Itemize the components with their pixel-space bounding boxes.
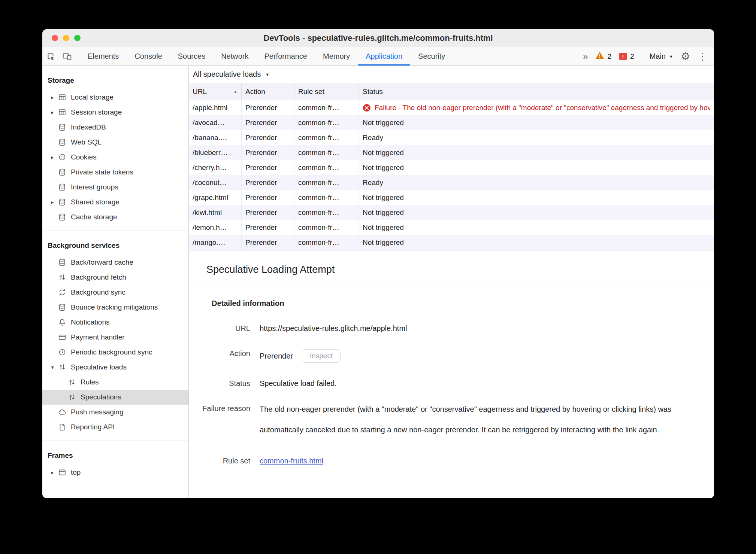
tab-console[interactable]: Console [127, 47, 170, 66]
table-row[interactable]: /avocad… Prerender common-fr… Not trigge… [189, 115, 714, 130]
table-row[interactable]: /cherry.h… Prerender common-fr… Not trig… [189, 160, 714, 175]
context-selector[interactable]: Main ▼ [650, 52, 673, 61]
column-header-url[interactable]: URL ▲ [189, 83, 242, 100]
action-value: Prerender [260, 352, 293, 360]
inspect-element-icon[interactable] [42, 47, 59, 66]
sidebar-item-label: Speculations [81, 393, 121, 401]
database-icon [57, 137, 67, 147]
table-row[interactable]: /coconut… Prerender common-fr… Ready [189, 175, 714, 190]
settings-gear-icon[interactable]: ⚙ [681, 51, 690, 62]
sidebar-item-background-fetch[interactable]: Background fetch [42, 270, 188, 285]
url-cell: /cherry.h… [189, 160, 242, 175]
cookie-icon [57, 152, 67, 162]
sidebar-item-label: Background sync [71, 288, 126, 296]
sidebar-item-back-forward-cache[interactable]: Back/forward cache [42, 255, 188, 270]
expand-arrow-icon[interactable]: ▸ [48, 154, 57, 160]
table-row[interactable]: /banana.… Prerender common-fr… Ready [189, 130, 714, 145]
sidebar-item-payment-handler[interactable]: Payment handler [42, 330, 188, 345]
sidebar-item-periodic-background-sync[interactable]: Periodic background sync [42, 345, 188, 360]
rule-set-cell: common-fr… [294, 205, 359, 220]
expand-arrow-icon[interactable]: ▸ [48, 199, 57, 205]
rule-set-link[interactable]: common-fruits.html [260, 457, 323, 465]
sidebar-item-background-sync[interactable]: Background sync [42, 285, 188, 300]
table-row[interactable]: /lemon.h… Prerender common-fr… Not trigg… [189, 220, 714, 235]
table-row[interactable]: /mango.… Prerender common-fr… Not trigge… [189, 235, 714, 250]
action-cell: Prerender [242, 175, 294, 190]
expand-arrow-icon[interactable]: ▸ [48, 94, 57, 100]
table-row[interactable]: /kiwi.html Prerender common-fr… Not trig… [189, 205, 714, 220]
frame-icon [57, 468, 67, 477]
sidebar-item-cookies[interactable]: ▸ Cookies [42, 150, 188, 165]
device-toolbar-icon[interactable] [59, 47, 75, 66]
sidebar-item-speculations[interactable]: Speculations [42, 390, 188, 405]
zoom-window-button[interactable] [74, 35, 81, 41]
inspect-button[interactable]: Inspect [302, 349, 341, 363]
sidebar-item-shared-storage[interactable]: ▸ Shared storage [42, 195, 188, 210]
warnings-badge[interactable]: 2 [595, 51, 611, 61]
window-title: DevTools - speculative-rules.glitch.me/c… [263, 33, 493, 43]
action-cell: Prerender [242, 145, 294, 160]
sidebar-item-push-messaging[interactable]: Push messaging [42, 405, 188, 420]
sidebar-item-label: Periodic background sync [71, 348, 152, 356]
sidebar-item-cache-storage[interactable]: Cache storage [42, 210, 188, 225]
detail-row-failure-reason: Failure reason The old non-eager prerend… [194, 404, 699, 440]
background-services-section: Background services Back/forward cache B… [42, 231, 188, 435]
failure-reason-value: The old non-eager prerender (with a "mod… [260, 399, 690, 440]
collapse-arrow-icon[interactable]: ▾ [48, 364, 57, 370]
sidebar-item-rules[interactable]: Rules [42, 375, 188, 390]
sidebar-item-indexeddb[interactable]: IndexedDB [42, 120, 188, 135]
sidebar-item-notifications[interactable]: Notifications [42, 315, 188, 330]
sidebar-item-interest-groups[interactable]: Interest groups [42, 180, 188, 195]
sidebar-item-label: Payment handler [71, 333, 125, 341]
status-label: Status [194, 379, 250, 388]
sidebar-item-bounce-tracking-mitigations[interactable]: Bounce tracking mitigations [42, 300, 188, 315]
toolbar-right-cluster: » 2 ! 2 Main ▼ ⚙ ⋮ [583, 47, 714, 66]
table-row[interactable]: /grape.html Prerender common-fr… Not tri… [189, 190, 714, 205]
expand-arrow-icon[interactable]: ▸ [48, 469, 57, 475]
tab-network[interactable]: Network [213, 47, 256, 66]
table-row[interactable]: /apple.html Prerender common-fr… Failure… [189, 100, 714, 115]
column-header-action[interactable]: Action [242, 83, 294, 100]
more-tabs-button[interactable]: » [583, 51, 588, 62]
status-cell: Ready [359, 175, 714, 190]
sidebar-item-label: IndexedDB [71, 123, 106, 131]
sidebar-item-speculative-loads[interactable]: ▾ Speculative loads [42, 360, 188, 375]
tab-elements[interactable]: Elements [80, 47, 127, 66]
issues-badge[interactable]: ! 2 [619, 52, 634, 61]
tab-memory[interactable]: Memory [315, 47, 358, 66]
sidebar-item-label: Bounce tracking mitigations [71, 303, 158, 311]
frames-section: Frames ▸ top [42, 441, 188, 480]
tab-application[interactable]: Application [358, 47, 410, 66]
rule-set-cell: common-fr… [294, 130, 359, 145]
detail-row-action: Action Prerender Inspect [194, 349, 699, 363]
detail-row-status: Status Speculative load failed. [194, 379, 699, 388]
tab-performance[interactable]: Performance [257, 47, 315, 66]
sidebar-item-web-sql[interactable]: Web SQL [42, 135, 188, 150]
sidebar-item-top-frame[interactable]: ▸ top [42, 465, 188, 480]
column-header-status[interactable]: Status [359, 83, 714, 100]
sidebar-item-local-storage[interactable]: ▸ Local storage [42, 90, 188, 105]
column-header-rule-set[interactable]: Rule set [294, 83, 359, 100]
traffic-lights [52, 29, 81, 47]
minimize-window-button[interactable] [63, 35, 69, 41]
database-icon [57, 302, 67, 312]
up-down-arrows-icon [67, 392, 77, 402]
tab-sources[interactable]: Sources [170, 47, 213, 66]
sidebar-item-reporting-api[interactable]: Reporting API [42, 420, 188, 435]
sidebar-item-private-state-tokens[interactable]: Private state tokens [42, 165, 188, 180]
detail-row-rule-set: Rule set common-fruits.html [194, 457, 699, 465]
action-cell: Prerender [242, 235, 294, 250]
action-cell: Prerender [242, 115, 294, 130]
sidebar-item-session-storage[interactable]: ▸ Session storage [42, 105, 188, 120]
close-window-button[interactable] [52, 35, 58, 41]
tab-security[interactable]: Security [410, 47, 453, 66]
table-row[interactable]: /blueberr… Prerender common-fr… Not trig… [189, 145, 714, 160]
status-cell: Not triggered [359, 115, 714, 130]
url-cell: /banana.… [189, 130, 242, 145]
more-options-icon[interactable]: ⋮ [698, 52, 707, 61]
speculative-loads-filter[interactable]: All speculative loads ▼ [189, 66, 714, 83]
detailed-information-heading: Detailed information [212, 299, 699, 308]
expand-arrow-icon[interactable]: ▸ [48, 109, 57, 115]
window-titlebar[interactable]: DevTools - speculative-rules.glitch.me/c… [42, 29, 714, 47]
status-value: Speculative load failed. [260, 379, 337, 388]
